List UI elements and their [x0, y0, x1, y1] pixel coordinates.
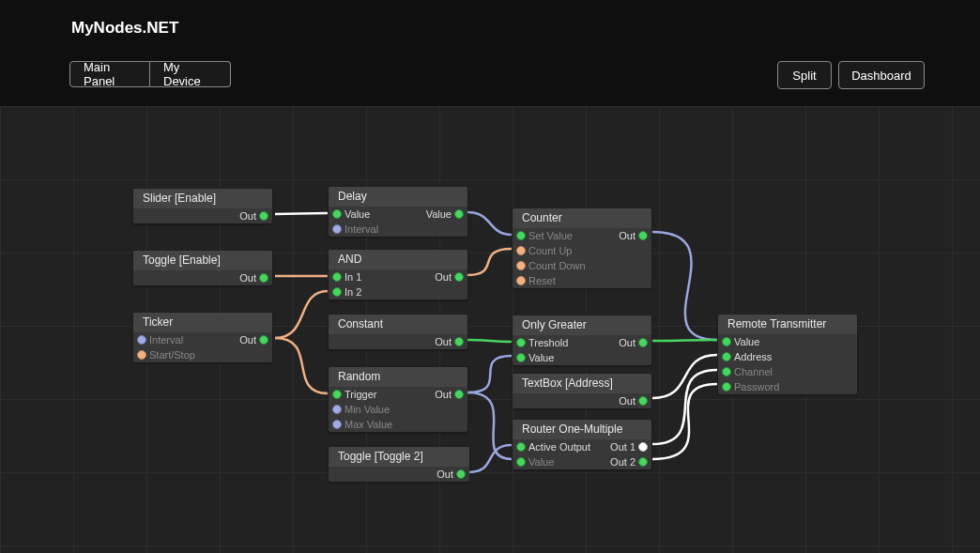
- node-toggle2[interactable]: Toggle [Toggle 2] Out: [329, 447, 469, 482]
- port-startstop[interactable]: [137, 350, 146, 360]
- port-channel[interactable]: [722, 367, 731, 376]
- port-countdown[interactable]: [516, 261, 526, 270]
- port-out[interactable]: [454, 337, 464, 346]
- port-label-out: Out: [239, 208, 256, 223]
- port-label-value: Value: [734, 334, 759, 349]
- port-label-trigger: Trigger: [345, 387, 376, 402]
- port-value-in[interactable]: [332, 209, 342, 219]
- port-value[interactable]: [516, 353, 526, 362]
- node-textbox[interactable]: TextBox [Address] Out: [513, 374, 651, 408]
- port-interval[interactable]: [332, 224, 342, 234]
- port-label-password: Password: [734, 379, 779, 394]
- port-value[interactable]: [516, 457, 526, 467]
- port-label-value: Value: [528, 350, 554, 365]
- port-out[interactable]: [259, 335, 268, 345]
- port-label-setvalue: Set Value: [528, 228, 573, 243]
- port-in2[interactable]: [332, 287, 342, 297]
- port-in1[interactable]: [332, 272, 342, 282]
- tab-my-device[interactable]: My Device: [150, 61, 231, 87]
- node-remote-transmitter[interactable]: Remote Transmitter Value Address Channel…: [718, 315, 857, 394]
- port-label-out: Out: [435, 334, 452, 349]
- port-value[interactable]: [722, 337, 731, 346]
- node-ticker[interactable]: Ticker Interval Out Start/Stop: [133, 313, 272, 362]
- port-label-out: Out: [435, 387, 452, 402]
- node-title: Router One-Multiple: [513, 420, 651, 439]
- port-label-value-out: Value: [426, 207, 452, 222]
- port-label-interval: Interval: [345, 222, 378, 237]
- port-label-out: Out: [239, 270, 256, 285]
- port-out2[interactable]: [638, 457, 648, 467]
- port-out[interactable]: [638, 231, 648, 240]
- port-threshold[interactable]: [516, 338, 526, 347]
- port-min[interactable]: [332, 405, 342, 414]
- node-title: Constant: [329, 315, 467, 334]
- node-delay[interactable]: Delay Value Value Interval: [329, 187, 467, 237]
- node-slider[interactable]: Slider [Enable] Out: [133, 189, 272, 223]
- port-out[interactable]: [259, 211, 268, 221]
- node-title: Toggle [Enable]: [133, 251, 272, 270]
- port-setvalue[interactable]: [516, 231, 526, 240]
- port-label-out1: Out 1: [610, 439, 635, 454]
- port-out[interactable]: [638, 338, 648, 347]
- port-out[interactable]: [259, 273, 268, 283]
- app-title: MyNodes.NET: [71, 19, 178, 38]
- port-label-max: Max Value: [345, 417, 392, 432]
- port-out[interactable]: [456, 469, 466, 479]
- port-active[interactable]: [516, 442, 526, 452]
- port-label-address: Address: [734, 349, 772, 364]
- node-toggle[interactable]: Toggle [Enable] Out: [133, 251, 272, 285]
- node-title: TextBox [Address]: [513, 374, 651, 393]
- port-countup[interactable]: [516, 246, 526, 255]
- port-label-threshold: Treshold: [528, 335, 568, 350]
- port-out[interactable]: [454, 272, 464, 282]
- port-label-startstop: Start/Stop: [149, 347, 195, 362]
- node-title: Only Greater: [513, 315, 651, 335]
- port-reset[interactable]: [516, 276, 526, 285]
- header-bar: MyNodes.NET Main Panel My Device Split D…: [0, 0, 980, 106]
- port-label-out: Out: [619, 335, 635, 350]
- port-interval[interactable]: [137, 335, 146, 345]
- port-address[interactable]: [722, 352, 731, 361]
- node-title: Random: [329, 367, 467, 387]
- port-trigger[interactable]: [332, 390, 342, 399]
- port-value-out[interactable]: [454, 209, 464, 219]
- node-canvas[interactable]: Slider [Enable] Out Toggle [Enable] Out …: [0, 106, 980, 553]
- port-label-out: Out: [619, 393, 635, 408]
- port-label-out: Out: [435, 269, 452, 284]
- port-out[interactable]: [638, 396, 648, 406]
- node-title: Ticker: [133, 313, 272, 332]
- node-title: Toggle [Toggle 2]: [329, 447, 469, 467]
- port-label-active: Active Output: [528, 439, 590, 454]
- port-label-value: Value: [528, 454, 554, 469]
- port-label-reset: Reset: [528, 273, 556, 288]
- port-max[interactable]: [332, 420, 342, 429]
- port-password[interactable]: [722, 382, 731, 392]
- port-label-out: Out: [619, 228, 635, 243]
- port-label-countdown: Count Down: [528, 258, 586, 273]
- port-label-out2: Out 2: [610, 454, 635, 469]
- port-label-min: Min Value: [345, 402, 390, 417]
- node-title: Delay: [329, 187, 467, 207]
- port-label-out: Out: [436, 467, 453, 482]
- node-random[interactable]: Random Trigger Out Min Value Max Value: [329, 367, 467, 432]
- node-router[interactable]: Router One-Multiple Active Output Out 1 …: [513, 420, 651, 469]
- node-title: Slider [Enable]: [133, 189, 272, 208]
- port-label-in2: In 2: [345, 284, 361, 300]
- port-out1[interactable]: [638, 442, 648, 452]
- node-title: Remote Transmitter: [718, 315, 857, 334]
- port-label-out: Out: [239, 332, 256, 347]
- tab-main-panel[interactable]: Main Panel: [69, 61, 150, 87]
- port-label-in1: In 1: [345, 269, 361, 284]
- port-label-countup: Count Up: [528, 243, 572, 258]
- port-out[interactable]: [454, 390, 464, 399]
- node-and[interactable]: AND In 1 Out In 2: [329, 250, 467, 300]
- split-button[interactable]: Split: [777, 61, 832, 89]
- node-title: Counter: [513, 208, 651, 228]
- node-constant[interactable]: Constant Out: [329, 315, 467, 349]
- node-only-greater[interactable]: Only Greater Treshold Out Value: [513, 315, 651, 365]
- port-label-interval: Interval: [149, 332, 183, 347]
- node-counter[interactable]: Counter Set Value Out Count Up Count Dow…: [513, 208, 651, 288]
- node-title: AND: [329, 250, 467, 269]
- dashboard-button[interactable]: Dashboard: [838, 61, 925, 89]
- port-label-channel: Channel: [734, 364, 773, 379]
